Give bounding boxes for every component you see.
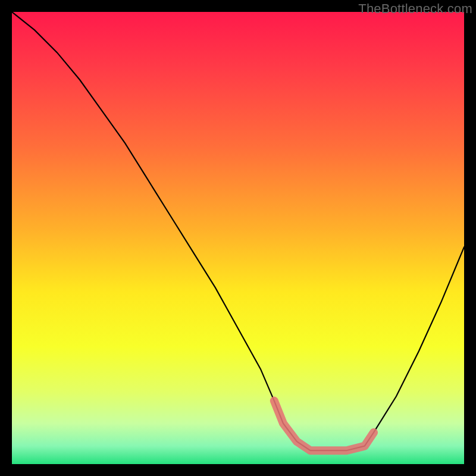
- chart-frame: [12, 12, 464, 464]
- bottleneck-chart: [12, 12, 464, 464]
- watermark-text: TheBottleneck.com: [358, 1, 472, 17]
